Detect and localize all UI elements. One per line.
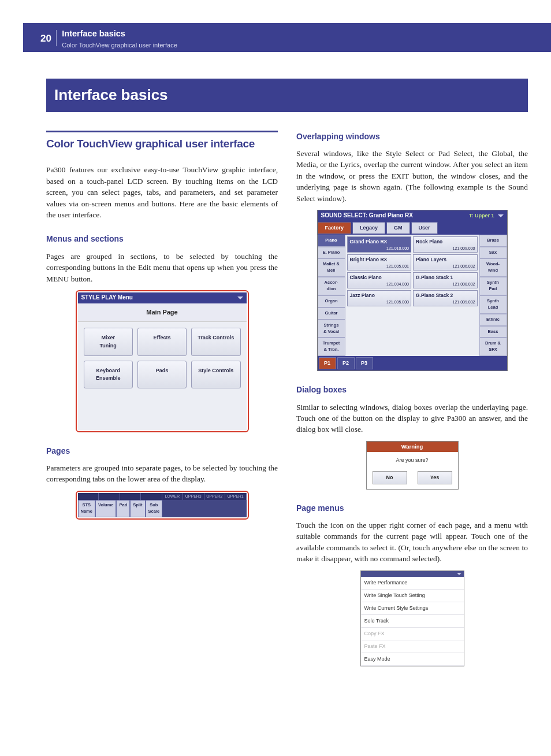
track-indicator: UPPER3 <box>183 493 204 500</box>
category-button[interactable]: Strings& Vocal <box>318 320 345 338</box>
window-title: SOUND SELECT: Grand Piano RX <box>321 212 469 220</box>
no-button[interactable]: No <box>373 471 407 484</box>
page-header: 20 Interface basics Color TouchView grap… <box>23 23 551 52</box>
figure-page-tabs: LOWERUPPER3UPPER2UPPER1 STSNameVolumePad… <box>76 491 249 520</box>
menu-item[interactable]: Solo Track <box>361 615 464 628</box>
menu-section-button[interactable]: Style Controls <box>191 361 240 388</box>
bank-tab[interactable]: Legacy <box>352 222 385 234</box>
subheading-overlapping: Overlapping windows <box>296 131 528 142</box>
menu-item[interactable]: Write Current Style Settings <box>361 602 464 615</box>
page-button[interactable]: P2 <box>337 357 355 369</box>
bank-tab[interactable]: Factory <box>318 222 352 234</box>
body-text: Several windows, like the Style Select o… <box>296 148 528 204</box>
menu-dropdown-icon[interactable] <box>457 573 461 575</box>
track-label: T: Upper 1 <box>469 212 494 220</box>
yes-button[interactable]: Yes <box>418 471 452 484</box>
sound-item[interactable]: G.Piano Stack 1121.008.002 <box>413 272 478 288</box>
category-button[interactable]: Drum &SFX <box>479 338 507 356</box>
track-indicator <box>120 493 142 500</box>
menu-item: Paste FX <box>361 640 464 653</box>
category-button[interactable]: Mallet &Bell <box>318 258 345 277</box>
track-indicator <box>141 493 162 500</box>
breadcrumb-title: Interface basics <box>62 28 177 40</box>
body-text: Similar to selecting windows, dialog box… <box>296 402 528 435</box>
chapter-title: Interface basics <box>46 79 528 112</box>
category-button[interactable]: Trumpet& Trbn. <box>318 338 345 356</box>
bank-tab[interactable]: GM <box>386 222 410 234</box>
category-button[interactable]: Brass <box>479 235 507 247</box>
menu-item[interactable]: Write Single Touch Setting <box>361 590 464 602</box>
menu-section-button[interactable]: KeyboardEnsemble <box>84 361 133 388</box>
section-heading: Color TouchView graphical user interface <box>46 131 278 152</box>
track-indicator <box>99 493 120 500</box>
main-page-button[interactable]: Main Page <box>78 303 247 323</box>
category-button[interactable]: Bass <box>479 326 507 338</box>
category-button[interactable]: SynthLead <box>479 295 507 314</box>
sound-item[interactable]: G.Piano Stack 2121.009.002 <box>413 290 478 306</box>
window-title: STYLE PLAY Menu <box>81 294 133 302</box>
menu-item: Copy FX <box>361 628 464 640</box>
right-column: Overlapping windows Several windows, lik… <box>296 131 528 666</box>
figure-dialog-box: Warning Are you sure? No Yes <box>366 441 459 490</box>
figure-style-play-menu: STYLE PLAY Menu Main Page MixerTuningEff… <box>76 290 249 432</box>
page-tab[interactable]: SubScale <box>146 500 163 517</box>
menu-dropdown-icon[interactable] <box>498 214 504 217</box>
body-text: Pages are grouped in sections, to be sel… <box>46 251 278 284</box>
body-text: Pa300 features our exclusive easy-to-use… <box>46 164 278 220</box>
body-text: Touch the icon on the upper right corner… <box>296 520 528 565</box>
sound-item[interactable]: Classic Piano121.004.000 <box>347 272 412 288</box>
sound-item[interactable]: Grand Piano RX121.010.000 <box>347 236 412 253</box>
page-button[interactable]: P3 <box>356 357 373 369</box>
sound-item[interactable]: Piano Layers121.006.002 <box>413 254 478 270</box>
body-text: Parameters are grouped into separate pag… <box>46 462 278 485</box>
menu-section-button[interactable]: Pads <box>137 361 187 388</box>
menu-section-button[interactable]: Track Controls <box>191 328 240 355</box>
menu-item[interactable]: Easy Mode <box>361 653 464 666</box>
track-indicator: UPPER2 <box>204 493 226 500</box>
menu-section-button[interactable]: MixerTuning <box>84 328 133 355</box>
bank-tab[interactable]: User <box>411 222 438 234</box>
category-button[interactable]: Wood-wind <box>479 258 507 277</box>
menu-section-button[interactable]: Effects <box>137 328 187 355</box>
category-button[interactable]: Ethnic <box>479 314 507 326</box>
page-tab[interactable]: STSName <box>78 500 95 517</box>
sound-item[interactable]: Jazz Piano121.005.000 <box>347 290 412 306</box>
sound-item[interactable]: Bright Piano RX121.005.001 <box>347 254 412 270</box>
page-tab[interactable]: Volume <box>95 500 117 517</box>
page-number: 20 <box>40 28 57 47</box>
category-button[interactable]: Guitar <box>318 307 345 320</box>
category-button[interactable]: Organ <box>318 295 345 307</box>
dialog-message: Are you sure? <box>367 452 458 469</box>
page-tab[interactable]: Pad <box>116 500 130 517</box>
page-tab[interactable]: Split <box>130 500 145 517</box>
sound-item[interactable]: Rock Piano121.009.000 <box>413 236 478 253</box>
category-button[interactable]: Sax <box>479 247 507 259</box>
menu-dropdown-icon[interactable] <box>237 297 243 299</box>
subheading-pagemenus: Page menus <box>296 502 528 514</box>
dialog-title: Warning <box>367 442 458 452</box>
menu-item[interactable]: Write Performance <box>361 577 464 590</box>
track-indicator: UPPER1 <box>225 493 247 500</box>
track-indicator <box>78 493 99 500</box>
page-button[interactable]: P1 <box>319 357 336 369</box>
left-column: Color TouchView graphical user interface… <box>46 131 278 666</box>
track-indicator: LOWER <box>162 493 184 500</box>
subheading-menus: Menus and sections <box>46 233 278 244</box>
subheading-dialog: Dialog boxes <box>296 384 528 395</box>
figure-sound-select: SOUND SELECT: Grand Piano RX T: Upper 1 … <box>317 210 508 371</box>
figure-page-menu: Write PerformanceWrite Single Touch Sett… <box>360 570 464 666</box>
category-button[interactable]: SynthPad <box>479 277 507 295</box>
category-button[interactable]: Piano <box>318 235 345 247</box>
category-button[interactable]: E. Piano <box>318 247 345 259</box>
category-button[interactable]: Accor-dion <box>318 277 345 295</box>
subheading-pages: Pages <box>46 445 278 457</box>
breadcrumb-sub: Color TouchView graphical user interface <box>62 41 177 50</box>
